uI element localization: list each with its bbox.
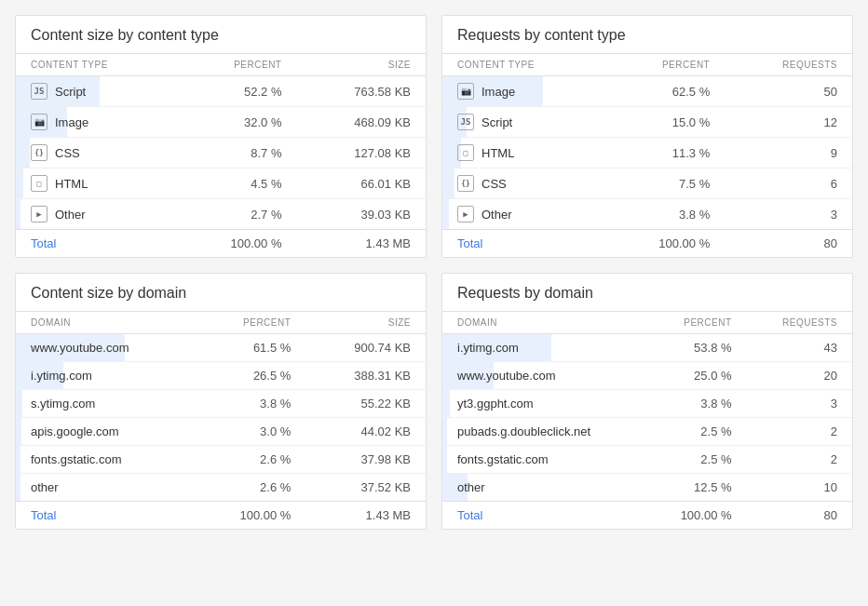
percent-cell: 2.6 % <box>194 446 306 474</box>
value-cell: 127.08 KB <box>296 138 426 168</box>
table-row: JS Script 52.2 % 763.58 KB <box>16 76 426 107</box>
type-cell: JS Script <box>16 76 176 106</box>
type-label: Image <box>55 115 88 129</box>
col-type-header: DOMAIN <box>16 312 194 334</box>
percent-cell: 32.0 % <box>176 107 297 138</box>
percent-cell: 2.6 % <box>194 474 306 502</box>
type-label: Other <box>481 208 512 222</box>
type-cell: www.youtube.com <box>442 362 645 389</box>
value-cell: 3 <box>725 199 852 230</box>
value-cell: 39.03 KB <box>296 199 426 230</box>
css-icon: {} <box>31 144 47 161</box>
table-row: {} CSS 7.5 % 6 <box>442 168 852 199</box>
total-label: Total <box>16 502 194 530</box>
table-row: other 12.5 % 10 <box>442 474 852 502</box>
type-cell: other <box>442 474 645 501</box>
type-label: fonts.gstatic.com <box>457 452 549 466</box>
type-label: HTML <box>481 146 514 160</box>
table-row: yt3.ggpht.com 3.8 % 3 <box>442 390 852 418</box>
panel-content-size-by-type: Content size by content type CONTENT TYP… <box>15 15 427 258</box>
table-row: other 2.6 % 37.52 KB <box>16 474 426 502</box>
panel-title: Content size by domain <box>16 285 426 311</box>
table-row: fonts.gstatic.com 2.5 % 2 <box>442 446 852 474</box>
type-label: CSS <box>481 177 507 191</box>
panel-title: Content size by content type <box>16 27 426 53</box>
type-label: s.ytimg.com <box>31 397 95 411</box>
type-cell: □ HTML <box>442 138 604 168</box>
value-cell: 44.02 KB <box>305 418 426 446</box>
type-label: other <box>457 480 485 494</box>
type-label: other <box>31 480 59 494</box>
total-row: Total 100.00 % 80 <box>442 502 852 530</box>
total-label: Total <box>442 502 645 530</box>
percent-cell: 11.3 % <box>604 138 726 168</box>
percent-cell: 3.8 % <box>194 390 306 418</box>
table-row: fonts.gstatic.com 2.6 % 37.98 KB <box>16 446 426 474</box>
html-icon: □ <box>457 144 474 161</box>
type-cell: JS Script <box>442 107 604 137</box>
percent-cell: 2.5 % <box>645 418 746 446</box>
table-row: i.ytimg.com 26.5 % 388.31 KB <box>16 362 426 390</box>
total-row: Total 100.00 % 1.43 MB <box>16 502 426 530</box>
col-value-header: REQUESTS <box>725 54 852 76</box>
type-cell: {} CSS <box>442 168 604 198</box>
value-cell: 66.01 KB <box>296 168 426 199</box>
type-cell: 📷 Image <box>16 107 176 137</box>
percent-cell: 62.5 % <box>604 76 726 107</box>
total-row: Total 100.00 % 1.43 MB <box>16 230 426 258</box>
type-label: apis.google.com <box>31 424 119 438</box>
value-cell: 43 <box>747 334 852 362</box>
total-value: 1.43 MB <box>296 230 426 258</box>
type-label: www.youtube.com <box>31 341 129 355</box>
table-row: {} CSS 8.7 % 127.08 KB <box>16 138 426 168</box>
total-value: 80 <box>747 502 852 530</box>
total-percent: 100.00 % <box>194 502 306 530</box>
col-value-header: REQUESTS <box>747 312 852 334</box>
table-row: ▶ Other 3.8 % 3 <box>442 199 852 230</box>
col-percent-header: PERCENT <box>194 312 306 334</box>
type-cell: fonts.gstatic.com <box>16 446 194 473</box>
col-value-header: SIZE <box>296 54 426 76</box>
value-cell: 10 <box>747 474 852 502</box>
script-icon: JS <box>31 83 47 100</box>
value-cell: 37.52 KB <box>305 474 426 502</box>
value-cell: 6 <box>725 168 852 199</box>
type-cell: pubads.g.doubleclick.net <box>442 418 645 445</box>
col-percent-header: PERCENT <box>645 312 746 334</box>
css-icon: {} <box>457 175 474 192</box>
percent-cell: 25.0 % <box>645 362 746 390</box>
col-type-header: CONTENT TYPE <box>442 54 604 76</box>
image-icon: 📷 <box>457 83 474 100</box>
total-value: 1.43 MB <box>305 502 426 530</box>
total-value: 80 <box>725 230 852 258</box>
type-label: i.ytimg.com <box>31 369 92 383</box>
table-row: s.ytimg.com 3.8 % 55.22 KB <box>16 390 426 418</box>
percent-cell: 3.0 % <box>194 418 306 446</box>
total-row: Total 100.00 % 80 <box>442 230 852 258</box>
col-type-header: DOMAIN <box>442 312 645 334</box>
type-cell: fonts.gstatic.com <box>442 446 645 473</box>
value-cell: 50 <box>725 76 852 107</box>
panel-title: Requests by content type <box>442 27 852 53</box>
total-label: Total <box>442 230 604 258</box>
value-cell: 37.98 KB <box>305 446 426 474</box>
percent-cell: 3.8 % <box>604 199 726 230</box>
table-row: □ HTML 11.3 % 9 <box>442 138 852 168</box>
type-label: Image <box>481 85 515 99</box>
percent-cell: 53.8 % <box>645 334 746 362</box>
table-row: apis.google.com 3.0 % 44.02 KB <box>16 418 426 446</box>
total-label: Total <box>16 230 176 258</box>
value-cell: 468.09 KB <box>296 107 426 138</box>
percent-cell: 7.5 % <box>604 168 726 199</box>
type-cell: apis.google.com <box>16 418 194 445</box>
type-cell: □ HTML <box>16 168 176 198</box>
col-percent-header: PERCENT <box>176 54 297 76</box>
table-row: i.ytimg.com 53.8 % 43 <box>442 334 852 362</box>
percent-cell: 61.5 % <box>194 334 306 362</box>
col-value-header: SIZE <box>305 312 426 334</box>
type-label: Other <box>55 208 86 222</box>
table-row: JS Script 15.0 % 12 <box>442 107 852 138</box>
table-row: 📷 Image 62.5 % 50 <box>442 76 852 107</box>
type-label: Script <box>55 85 86 99</box>
value-cell: 55.22 KB <box>305 390 426 418</box>
